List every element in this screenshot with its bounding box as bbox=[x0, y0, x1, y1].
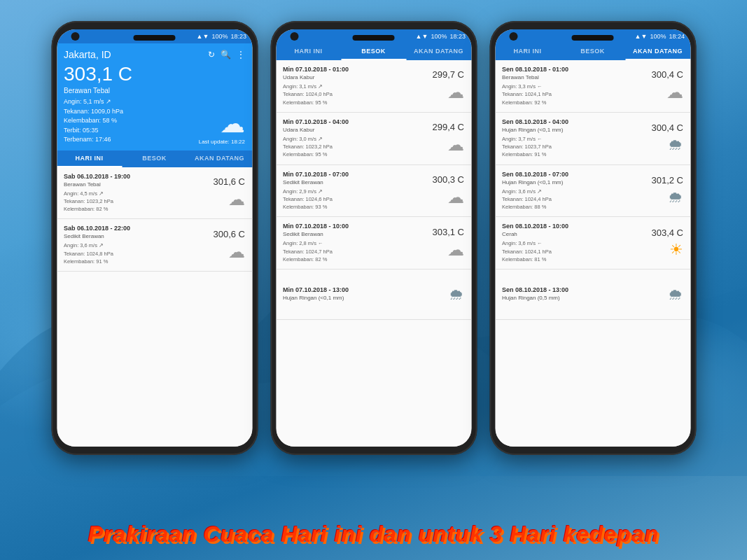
phone-2-status-bar: ▲▼ 100% 18:23 bbox=[276, 29, 471, 43]
tab-besok[interactable]: BESOK bbox=[122, 150, 187, 167]
forecast-condition: Sedikit Berawan bbox=[283, 231, 432, 237]
city-name: Jakarta, ID bbox=[64, 49, 111, 60]
forecast-condition: Hujan Ringan (<0,1 mm) bbox=[283, 295, 449, 301]
forecast-time: Min 07.10.2018 - 10:00 bbox=[283, 223, 432, 230]
forecast-condition: Sedikit Berawan bbox=[64, 233, 213, 239]
phone-1-tabs: HARI INI BESOK AKAN DATANG bbox=[57, 150, 252, 167]
forecast-detail: Angin: 3,3 m/s ← Tekanan: 1024,1 hPa Kel… bbox=[502, 83, 651, 106]
bottom-title-text: Prakiraan Cuaca Hari ini dan untuk 3 Har… bbox=[88, 522, 659, 547]
cloud-icon: ☁ bbox=[447, 83, 464, 102]
cloud-icon: ☁ bbox=[666, 83, 683, 102]
rain-icon: 🌧 bbox=[668, 136, 683, 154]
rain-icon: 🌧 bbox=[668, 286, 683, 304]
last-update: Last update: 18:22 bbox=[199, 139, 245, 145]
phone-3-tabs: HARI INI BESOK AKAN DATANG bbox=[495, 43, 690, 60]
forecast-temp: 300,3 C bbox=[432, 174, 464, 185]
time-text: 18:24 bbox=[669, 33, 685, 40]
rain-icon: 🌧 bbox=[668, 188, 683, 206]
forecast-condition: Hujan Ringan (0,5 mm) bbox=[502, 295, 668, 301]
forecast-temp: 303,1 C bbox=[432, 227, 464, 237]
forecast-temp: 300,4 C bbox=[651, 69, 683, 80]
cloud-icon: ☁ bbox=[447, 188, 464, 207]
battery-text: 100% bbox=[431, 33, 447, 40]
phone-1-screen: ▲▼ 100% 18:23 Jakarta, ID ↻ 🔍 ⋮ 303,1 C bbox=[57, 29, 252, 447]
phone-1-header: Jakarta, ID ↻ 🔍 ⋮ 303,1 C Berawan Tebal … bbox=[57, 43, 252, 150]
phone-1-status-bar: ▲▼ 100% 18:23 bbox=[57, 29, 252, 43]
tab-hari-ini[interactable]: HARI INI bbox=[276, 43, 341, 60]
battery-text: 100% bbox=[211, 33, 228, 40]
forecast-condition: Sedikit Berawan bbox=[283, 179, 432, 186]
phone-2-tabs: HARI INI BESOK AKAN DATANG bbox=[276, 43, 471, 60]
phone-2: ▲▼ 100% 18:23 HARI INI BESOK AKAN DATANG… bbox=[270, 21, 477, 455]
forecast-time: Min 07.10.2018 - 13:00 bbox=[283, 286, 449, 293]
forecast-condition: Berawan Tebal bbox=[64, 181, 213, 188]
forecast-item-2: Sen 08.10.2018 - 04:00 Hujan Ringan (<0,… bbox=[495, 113, 690, 165]
tab-hari-ini[interactable]: HARI INI bbox=[57, 150, 122, 167]
phone-2-screen: ▲▼ 100% 18:23 HARI INI BESOK AKAN DATANG… bbox=[276, 29, 471, 447]
forecast-item-5: Min 07.10.2018 - 13:00 Hujan Ringan (<0,… bbox=[276, 270, 471, 320]
signal-icon: ▲▼ bbox=[416, 33, 428, 40]
phone-2-forecast-list: Min 07.10.2018 - 01:00 Udara Kabur Angin… bbox=[276, 60, 471, 447]
time-text: 18:23 bbox=[230, 33, 246, 40]
signal-icon: ▲▼ bbox=[197, 33, 209, 40]
forecast-item-3: Sen 08.10.2018 - 07:00 Hujan Ringan (<0,… bbox=[495, 165, 690, 218]
tab-akan-datang[interactable]: AKAN DATANG bbox=[187, 150, 252, 167]
forecast-time: Min 07.10.2018 - 04:00 bbox=[283, 118, 432, 125]
forecast-item-3: Min 07.10.2018 - 07:00 Sedikit Berawan A… bbox=[276, 165, 471, 218]
forecast-time: Sen 08.10.2018 - 01:00 bbox=[502, 66, 651, 73]
forecast-time: Min 07.10.2018 - 07:00 bbox=[283, 171, 432, 178]
forecast-detail: Angin: 2,8 m/s ← Tekanan: 1024,7 hPa Kel… bbox=[283, 239, 432, 263]
time-text: 18:23 bbox=[449, 33, 466, 40]
sun-icon: ☀ bbox=[669, 241, 683, 259]
forecast-item-1: Sen 08.10.2018 - 01:00 Berawan Tebal Ang… bbox=[495, 60, 690, 113]
tab-besok[interactable]: BESOK bbox=[560, 43, 625, 60]
forecast-item-5: Sen 08.10.2018 - 13:00 Hujan Ringan (0,5… bbox=[495, 270, 690, 320]
forecast-detail: Angin: 3,1 m/s ↗ Tekanan: 1024,0 hPa Kel… bbox=[283, 83, 432, 106]
weather-condition: Berawan Tebal bbox=[64, 87, 132, 94]
battery-text: 100% bbox=[650, 33, 666, 40]
refresh-icon[interactable]: ↻ bbox=[208, 50, 215, 59]
tab-hari-ini[interactable]: HARI INI bbox=[495, 43, 560, 60]
rain-icon: 🌧 bbox=[449, 286, 464, 304]
forecast-condition: Hujan Ringan (<0,1 mm) bbox=[502, 179, 651, 186]
tab-besok[interactable]: BESOK bbox=[341, 43, 406, 60]
forecast-temp: 300,6 C bbox=[213, 229, 245, 239]
forecast-detail: Angin: 2,9 m/s ↗ Tekanan: 1024,6 hPa Kel… bbox=[283, 188, 432, 211]
cloud-icon: ☁ bbox=[228, 242, 245, 262]
phone-3: ▲▼ 100% 18:24 HARI INI BESOK AKAN DATANG… bbox=[489, 21, 696, 455]
forecast-detail: Angin: 3,6 m/s ↗ Tekanan: 1024,8 hPa Kel… bbox=[64, 241, 213, 265]
search-icon[interactable]: 🔍 bbox=[221, 50, 231, 59]
forecast-condition: Udara Kabur bbox=[283, 127, 432, 133]
menu-icon[interactable]: ⋮ bbox=[237, 50, 245, 59]
forecast-item-2: Min 07.10.2018 - 04:00 Udara Kabur Angin… bbox=[276, 113, 471, 165]
forecast-time: Sen 08.10.2018 - 04:00 bbox=[502, 118, 651, 125]
forecast-condition: Cerah bbox=[502, 231, 651, 237]
forecast-temp: 301,6 C bbox=[213, 176, 245, 187]
tab-akan-datang[interactable]: AKAN DATANG bbox=[625, 43, 690, 60]
forecast-condition: Berawan Tebal bbox=[502, 74, 651, 80]
forecast-item-2: Sab 06.10.2018 - 22:00 Sedikit Berawan A… bbox=[57, 219, 252, 272]
forecast-item-1: Sab 06.10.2018 - 19:00 Berawan Tebal Ang… bbox=[57, 167, 252, 220]
forecast-temp: 301,2 C bbox=[651, 175, 683, 186]
forecast-time: Sen 08.10.2018 - 10:00 bbox=[502, 223, 651, 230]
forecast-time: Sen 08.10.2018 - 07:00 bbox=[502, 171, 651, 178]
forecast-condition: Hujan Ringan (<0,1 mm) bbox=[502, 127, 651, 133]
phones-container: ▲▼ 100% 18:23 Jakarta, ID ↻ 🔍 ⋮ 303,1 C bbox=[51, 21, 696, 455]
forecast-condition: Udara Kabur bbox=[283, 74, 432, 80]
forecast-temp: 299,7 C bbox=[432, 69, 464, 80]
phone-3-status-bar: ▲▼ 100% 18:24 bbox=[495, 29, 690, 43]
main-temp: 303,1 C bbox=[64, 63, 132, 85]
forecast-time: Sab 06.10.2018 - 22:00 bbox=[64, 225, 213, 232]
forecast-temp: 299,4 C bbox=[432, 122, 464, 132]
cloud-icon: ☁ bbox=[228, 190, 245, 209]
forecast-detail: Angin: 3,7 m/s ← Tekanan: 1023,7 hPa Kel… bbox=[502, 135, 651, 159]
forecast-item-4: Min 07.10.2018 - 10:00 Sedikit Berawan A… bbox=[276, 217, 471, 270]
forecast-item-4: Sen 08.10.2018 - 10:00 Cerah Angin: 3,6 … bbox=[495, 217, 690, 270]
forecast-detail: Angin: 3,0 m/s ↗ Tekanan: 1023,2 hPa Kel… bbox=[283, 135, 432, 159]
phone-1: ▲▼ 100% 18:23 Jakarta, ID ↻ 🔍 ⋮ 303,1 C bbox=[51, 21, 258, 455]
phone-3-forecast-list: Sen 08.10.2018 - 01:00 Berawan Tebal Ang… bbox=[495, 60, 690, 447]
main-weather-icon: ☁ bbox=[220, 109, 245, 139]
phone-3-screen: ▲▼ 100% 18:24 HARI INI BESOK AKAN DATANG… bbox=[495, 29, 690, 447]
signal-icon: ▲▼ bbox=[635, 33, 648, 40]
tab-akan-datang[interactable]: AKAN DATANG bbox=[406, 43, 471, 60]
